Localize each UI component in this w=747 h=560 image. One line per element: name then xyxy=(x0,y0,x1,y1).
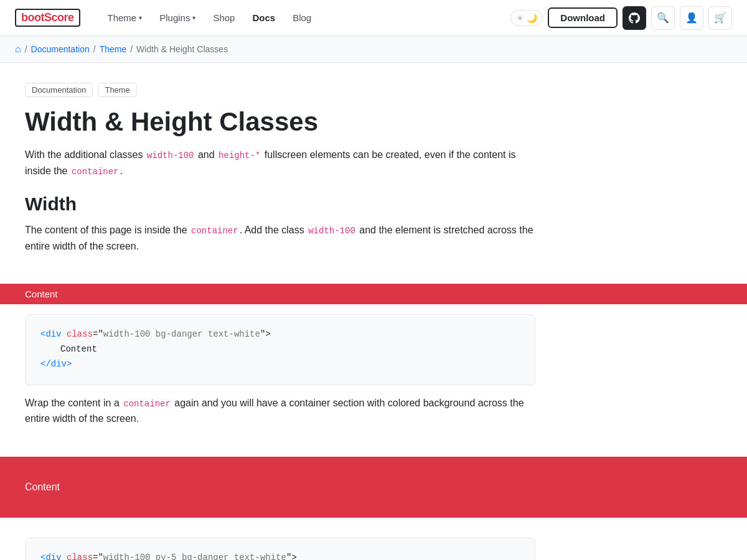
code-container-3: container xyxy=(122,398,172,409)
intro-text-end: . xyxy=(120,166,123,176)
code-line-3: </div> xyxy=(40,359,72,369)
nav-blog-label: Blog xyxy=(293,12,311,23)
nav-actions: ☀ 🌙 Download 🔍 👤 🛒 xyxy=(510,6,732,30)
wrap-desc-start: Wrap the content in a xyxy=(25,398,122,408)
chevron-down-icon: ▾ xyxy=(139,14,142,21)
code-val-1: width-100 bg-danger text-white xyxy=(103,329,260,339)
demo-content-label-1: Content xyxy=(25,289,58,299)
width-desc-paragraph: The content of this page is inside the c… xyxy=(25,222,535,254)
nav-blog[interactable]: Blog xyxy=(285,9,319,27)
breadcrumb-current: Width & Height Classes xyxy=(136,44,228,54)
nav-links: Theme ▾ Plugins ▾ Shop Docs Blog xyxy=(100,9,504,27)
chevron-down-icon: ▾ xyxy=(192,14,195,21)
intro-paragraph: With the additional classes width-100 an… xyxy=(25,147,535,179)
brand-logo[interactable]: bootScore xyxy=(15,9,80,27)
code-block-1: <div class="width-100 bg-danger text-whi… xyxy=(25,314,535,385)
cart-button[interactable]: 🛒 xyxy=(708,6,732,30)
tag-documentation: Documentation xyxy=(25,83,93,97)
nav-docs-label: Docs xyxy=(252,12,275,23)
width-heading: Width xyxy=(25,194,535,215)
github-icon xyxy=(629,12,640,24)
nav-shop[interactable]: Shop xyxy=(205,9,242,27)
download-button[interactable]: Download xyxy=(548,7,618,28)
intro-text-mid1: and xyxy=(195,149,218,160)
breadcrumb-sep: / xyxy=(130,44,133,54)
code-block-section-2: <div class="width-100 py-5 bg-danger tex… xyxy=(0,518,560,560)
page-title: Width & Height Classes xyxy=(25,107,535,137)
moon-icon: 🌙 xyxy=(527,13,537,23)
user-icon: 👤 xyxy=(685,12,698,24)
demo-content-label-2: Content xyxy=(25,482,60,492)
width-desc-mid: . Add the class xyxy=(240,225,308,235)
theme-toggle[interactable]: ☀ 🌙 xyxy=(510,10,543,26)
brand[interactable]: bootScore xyxy=(15,9,80,27)
tag-theme: Theme xyxy=(98,83,136,97)
code-tag-div: div xyxy=(45,329,61,339)
code2-line-1: <div class="width-100 py-5 bg-danger tex… xyxy=(40,553,297,560)
code-content-text: Content xyxy=(60,342,520,357)
cart-icon: 🛒 xyxy=(714,12,726,24)
github-button[interactable] xyxy=(622,6,646,30)
breadcrumb-documentation[interactable]: Documentation xyxy=(31,44,90,54)
code-block-section-1: <div class="width-100 bg-danger text-whi… xyxy=(0,314,560,457)
brand-name-end: Score xyxy=(44,11,74,24)
nav-theme-label: Theme xyxy=(108,12,137,23)
breadcrumb-sep: / xyxy=(93,44,96,54)
demo-section-2: Content xyxy=(0,457,747,518)
code-container-2: container xyxy=(190,225,240,236)
code-attr-class: class xyxy=(67,329,93,339)
code-height-star: height-* xyxy=(217,150,261,161)
wrap-desc-paragraph: Wrap the content in a container again an… xyxy=(25,395,535,427)
breadcrumb-sep: / xyxy=(25,44,27,54)
code-width-100: width-100 xyxy=(146,150,195,161)
nav-plugins[interactable]: Plugins ▾ xyxy=(152,9,203,27)
code-line-1: <div class="width-100 bg-danger text-whi… xyxy=(40,329,271,339)
user-button[interactable]: 👤 xyxy=(680,6,703,30)
nav-shop-label: Shop xyxy=(213,12,235,23)
intro-text-start: With the additional classes xyxy=(25,149,146,160)
tag-list: Documentation Theme xyxy=(25,83,535,97)
brand-name-start: boot xyxy=(21,11,44,24)
main-content: Documentation Theme Width & Height Class… xyxy=(0,63,560,284)
search-icon: 🔍 xyxy=(657,12,669,24)
home-icon: ⌂ xyxy=(15,44,21,55)
sun-icon: ☀ xyxy=(516,13,524,23)
breadcrumb-theme[interactable]: Theme xyxy=(100,44,127,54)
code-width-100-2: width-100 xyxy=(307,225,357,236)
nav-plugins-label: Plugins xyxy=(159,12,190,23)
demo-bar-1: Content xyxy=(0,284,747,304)
search-button[interactable]: 🔍 xyxy=(651,6,675,30)
width-desc-start: The content of this page is inside the xyxy=(25,225,190,235)
navbar: bootScore Theme ▾ Plugins ▾ Shop Docs Bl… xyxy=(0,0,747,36)
breadcrumb: ⌂ / Documentation / Theme / Width & Heig… xyxy=(0,36,747,63)
nav-docs[interactable]: Docs xyxy=(245,9,283,27)
code-block-2: <div class="width-100 py-5 bg-danger tex… xyxy=(25,538,535,560)
code-container-1: container xyxy=(70,166,120,177)
nav-theme[interactable]: Theme ▾ xyxy=(100,9,150,27)
